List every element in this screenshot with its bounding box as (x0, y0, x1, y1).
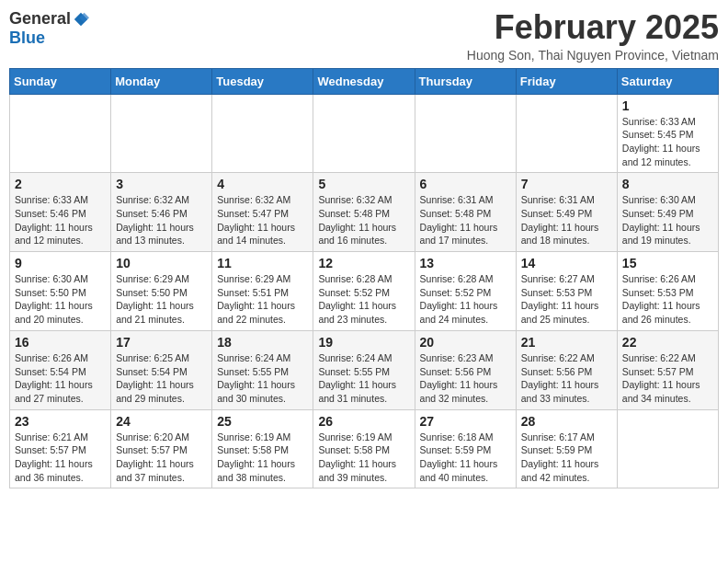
day-info: Sunrise: 6:20 AM Sunset: 5:57 PM Dayligh… (116, 431, 207, 485)
calendar-cell (212, 94, 313, 173)
day-info: Sunrise: 6:17 AM Sunset: 5:59 PM Dayligh… (521, 431, 612, 485)
calendar-cell: 17Sunrise: 6:25 AM Sunset: 5:54 PM Dayli… (111, 330, 212, 409)
calendar-cell: 21Sunrise: 6:22 AM Sunset: 5:56 PM Dayli… (516, 330, 617, 409)
day-number: 26 (318, 414, 409, 429)
calendar-cell: 15Sunrise: 6:26 AM Sunset: 5:53 PM Dayli… (617, 252, 718, 331)
calendar-cell: 19Sunrise: 6:24 AM Sunset: 5:55 PM Dayli… (313, 330, 415, 409)
day-info: Sunrise: 6:26 AM Sunset: 5:54 PM Dayligh… (15, 351, 106, 406)
day-number: 4 (217, 177, 308, 191)
day-info: Sunrise: 6:29 AM Sunset: 5:50 PM Dayligh… (116, 272, 207, 327)
calendar-cell: 18Sunrise: 6:24 AM Sunset: 5:55 PM Dayli… (212, 330, 313, 409)
day-info: Sunrise: 6:32 AM Sunset: 5:47 PM Dayligh… (217, 193, 308, 247)
day-number: 8 (622, 177, 713, 191)
calendar-cell (313, 94, 415, 173)
day-number: 16 (15, 335, 106, 350)
calendar-cell: 27Sunrise: 6:18 AM Sunset: 5:59 PM Dayli… (415, 409, 516, 488)
day-number: 2 (15, 177, 106, 191)
day-number: 18 (217, 335, 308, 350)
day-info: Sunrise: 6:31 AM Sunset: 5:49 PM Dayligh… (521, 193, 612, 247)
day-info: Sunrise: 6:31 AM Sunset: 5:48 PM Dayligh… (420, 193, 511, 247)
week-row-4: 16Sunrise: 6:26 AM Sunset: 5:54 PM Dayli… (10, 330, 719, 409)
day-info: Sunrise: 6:24 AM Sunset: 5:55 PM Dayligh… (217, 351, 308, 406)
day-number: 25 (217, 414, 308, 429)
day-number: 17 (116, 335, 207, 350)
day-info: Sunrise: 6:21 AM Sunset: 5:57 PM Dayligh… (15, 431, 106, 485)
day-number: 1 (622, 98, 713, 113)
weekday-header-row: SundayMondayTuesdayWednesdayThursdayFrid… (10, 68, 719, 94)
day-info: Sunrise: 6:30 AM Sunset: 5:49 PM Dayligh… (622, 193, 713, 247)
day-info: Sunrise: 6:32 AM Sunset: 5:48 PM Dayligh… (318, 193, 409, 247)
location-text: Huong Son, Thai Nguyen Province, Vietnam (467, 48, 719, 63)
calendar-cell: 11Sunrise: 6:29 AM Sunset: 5:51 PM Dayli… (212, 252, 313, 331)
day-number: 20 (420, 335, 511, 350)
weekday-header-thursday: Thursday (415, 68, 516, 94)
calendar-cell: 2Sunrise: 6:33 AM Sunset: 5:46 PM Daylig… (10, 173, 111, 252)
calendar-cell: 16Sunrise: 6:26 AM Sunset: 5:54 PM Dayli… (10, 330, 111, 409)
calendar-cell (415, 94, 516, 173)
page-header: General Blue February 2025 Huong Son, Th… (9, 9, 719, 63)
calendar-cell: 25Sunrise: 6:19 AM Sunset: 5:58 PM Dayli… (212, 409, 313, 488)
day-number: 23 (15, 414, 106, 429)
day-info: Sunrise: 6:22 AM Sunset: 5:56 PM Dayligh… (521, 351, 612, 406)
day-number: 27 (420, 414, 511, 429)
day-info: Sunrise: 6:33 AM Sunset: 5:46 PM Dayligh… (15, 193, 106, 247)
calendar-cell: 3Sunrise: 6:32 AM Sunset: 5:46 PM Daylig… (111, 173, 212, 252)
calendar-cell: 9Sunrise: 6:30 AM Sunset: 5:50 PM Daylig… (10, 252, 111, 331)
day-info: Sunrise: 6:19 AM Sunset: 5:58 PM Dayligh… (217, 431, 308, 485)
day-number: 10 (116, 256, 207, 270)
calendar-cell: 4Sunrise: 6:32 AM Sunset: 5:47 PM Daylig… (212, 173, 313, 252)
day-info: Sunrise: 6:18 AM Sunset: 5:59 PM Dayligh… (420, 431, 511, 485)
day-number: 9 (15, 256, 106, 270)
week-row-5: 23Sunrise: 6:21 AM Sunset: 5:57 PM Dayli… (10, 409, 719, 488)
calendar-cell (10, 94, 111, 173)
day-info: Sunrise: 6:30 AM Sunset: 5:50 PM Dayligh… (15, 272, 106, 327)
day-number: 3 (116, 177, 207, 191)
day-number: 28 (521, 414, 612, 429)
day-info: Sunrise: 6:22 AM Sunset: 5:57 PM Dayligh… (622, 351, 713, 406)
logo: General Blue (9, 9, 89, 48)
calendar-cell: 12Sunrise: 6:28 AM Sunset: 5:52 PM Dayli… (313, 252, 415, 331)
weekday-header-friday: Friday (516, 68, 617, 94)
weekday-header-monday: Monday (111, 68, 212, 94)
day-number: 19 (318, 335, 409, 350)
calendar-cell: 28Sunrise: 6:17 AM Sunset: 5:59 PM Dayli… (516, 409, 617, 488)
day-number: 13 (420, 256, 511, 270)
day-info: Sunrise: 6:32 AM Sunset: 5:46 PM Dayligh… (116, 193, 207, 247)
week-row-1: 1Sunrise: 6:33 AM Sunset: 5:45 PM Daylig… (10, 94, 719, 173)
calendar-cell: 5Sunrise: 6:32 AM Sunset: 5:48 PM Daylig… (313, 173, 415, 252)
day-info: Sunrise: 6:29 AM Sunset: 5:51 PM Dayligh… (217, 272, 308, 327)
day-info: Sunrise: 6:26 AM Sunset: 5:53 PM Dayligh… (622, 272, 713, 327)
day-number: 24 (116, 414, 207, 429)
calendar-cell: 22Sunrise: 6:22 AM Sunset: 5:57 PM Dayli… (617, 330, 718, 409)
logo-blue-text: Blue (9, 29, 45, 48)
logo-icon (73, 11, 89, 28)
day-number: 6 (420, 177, 511, 191)
logo-general-text: General (9, 9, 71, 29)
day-info: Sunrise: 6:27 AM Sunset: 5:53 PM Dayligh… (521, 272, 612, 327)
calendar-cell: 26Sunrise: 6:19 AM Sunset: 5:58 PM Dayli… (313, 409, 415, 488)
day-number: 7 (521, 177, 612, 191)
calendar-cell: 7Sunrise: 6:31 AM Sunset: 5:49 PM Daylig… (516, 173, 617, 252)
day-number: 12 (318, 256, 409, 270)
day-info: Sunrise: 6:28 AM Sunset: 5:52 PM Dayligh… (420, 272, 511, 327)
day-number: 15 (622, 256, 713, 270)
day-number: 5 (318, 177, 409, 191)
day-info: Sunrise: 6:33 AM Sunset: 5:45 PM Dayligh… (622, 115, 713, 169)
day-number: 21 (521, 335, 612, 350)
calendar-cell (516, 94, 617, 173)
weekday-header-sunday: Sunday (10, 68, 111, 94)
week-row-3: 9Sunrise: 6:30 AM Sunset: 5:50 PM Daylig… (10, 252, 719, 331)
calendar-cell: 8Sunrise: 6:30 AM Sunset: 5:49 PM Daylig… (617, 173, 718, 252)
calendar-cell: 20Sunrise: 6:23 AM Sunset: 5:56 PM Dayli… (415, 330, 516, 409)
calendar-cell (617, 409, 718, 488)
calendar-cell: 24Sunrise: 6:20 AM Sunset: 5:57 PM Dayli… (111, 409, 212, 488)
day-number: 22 (622, 335, 713, 350)
title-area: February 2025 Huong Son, Thai Nguyen Pro… (467, 9, 719, 63)
calendar-cell: 13Sunrise: 6:28 AM Sunset: 5:52 PM Dayli… (415, 252, 516, 331)
calendar-cell: 10Sunrise: 6:29 AM Sunset: 5:50 PM Dayli… (111, 252, 212, 331)
day-number: 11 (217, 256, 308, 270)
calendar-table: SundayMondayTuesdayWednesdayThursdayFrid… (9, 68, 719, 489)
day-info: Sunrise: 6:28 AM Sunset: 5:52 PM Dayligh… (318, 272, 409, 327)
calendar-cell: 6Sunrise: 6:31 AM Sunset: 5:48 PM Daylig… (415, 173, 516, 252)
day-info: Sunrise: 6:19 AM Sunset: 5:58 PM Dayligh… (318, 431, 409, 485)
